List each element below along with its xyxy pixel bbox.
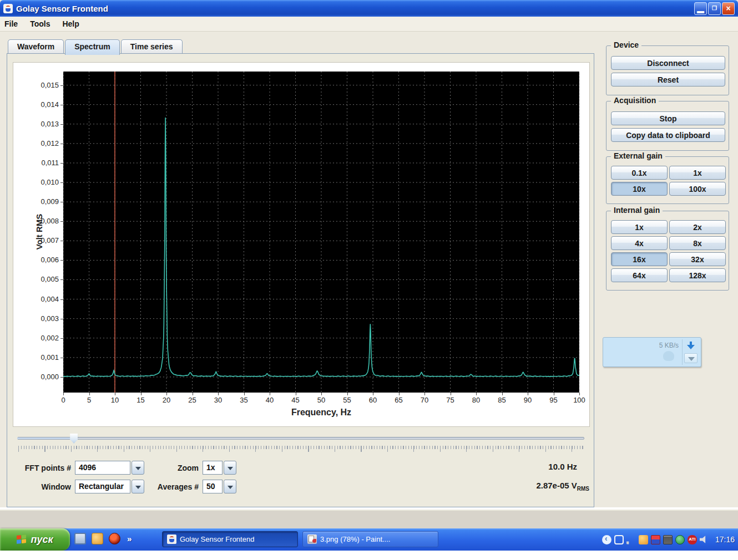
averages-value[interactable]: 50: [203, 480, 223, 493]
gain-1x-button[interactable]: 1x: [611, 220, 668, 234]
tray-collapse-chevron-icon[interactable]: [602, 535, 611, 544]
y-tick-mark: [60, 221, 63, 222]
menu-help[interactable]: Help: [62, 19, 79, 28]
y-tick-mark: [60, 163, 63, 164]
task-button-1[interactable]: Golay Sensor Frontend: [162, 531, 298, 547]
tab-spectrum[interactable]: Spectrum: [65, 39, 120, 55]
download-dropdown-button[interactable]: [684, 353, 697, 363]
quicklaunch-opera-icon[interactable]: [109, 533, 120, 544]
gain-128x-button[interactable]: 128x: [669, 268, 726, 282]
close-button[interactable]: ×: [722, 2, 735, 15]
zoom-value[interactable]: 1x: [203, 461, 223, 475]
fft-points-dropdown-icon[interactable]: [132, 461, 144, 475]
window-value[interactable]: Rectangular: [75, 480, 130, 493]
voltage-readout: 2.87e-05 VRMS: [536, 481, 589, 492]
menu-tools[interactable]: Tools: [30, 19, 50, 28]
frequency-cursor-slider[interactable]: [17, 432, 584, 445]
y-tick-mark: [60, 279, 63, 280]
y-tick-label: 0,009: [13, 197, 59, 206]
averages-dropdown-icon[interactable]: [224, 480, 236, 493]
spectrum-plot-area[interactable]: [63, 72, 579, 393]
tab-waveform[interactable]: Waveform: [8, 39, 64, 54]
gain-2x-button[interactable]: 2x: [669, 220, 726, 234]
x-tick-label: 75: [441, 396, 460, 404]
zoom-label: Zoom: [149, 464, 199, 472]
quicklaunch-show-desktop-icon[interactable]: [74, 533, 86, 544]
x-tick-label: 15: [132, 396, 150, 404]
task-button-label: Golay Sensor Frontend: [180, 535, 254, 543]
download-arrow-icon[interactable]: [686, 342, 695, 350]
tray-battery-icon[interactable]: [614, 535, 624, 544]
gain-100x-button[interactable]: 100x: [669, 182, 726, 196]
tray-update-icon[interactable]: [639, 535, 648, 544]
x-tick-mark: [399, 393, 400, 395]
download-ghost-icon: [663, 351, 674, 361]
start-button[interactable]: пуск: [0, 528, 70, 551]
gain-0.1x-button[interactable]: 0.1x: [611, 166, 668, 180]
tray-display-icon[interactable]: [663, 535, 673, 544]
slider-track[interactable]: [17, 437, 584, 440]
y-tick-label: 0,007: [13, 236, 59, 245]
acquisition-group: Acquisition StopCopy data to clipboard: [606, 101, 729, 151]
gain-4x-button[interactable]: 4x: [611, 236, 668, 250]
x-tick-label: 30: [209, 396, 228, 404]
tray-ati-icon[interactable]: ATI: [688, 535, 697, 544]
y-tick-label: 0,000: [13, 373, 59, 381]
x-tick-label: 90: [518, 396, 537, 404]
taskbar: пуск » Golay Sensor Frontend3.png (78%) …: [0, 528, 738, 551]
x-tick-label: 70: [415, 396, 434, 404]
gain-64x-button[interactable]: 64x: [611, 268, 668, 282]
x-tick-mark: [451, 393, 451, 395]
tray-signal-no-network-icon[interactable]: [626, 535, 636, 544]
minimize-button[interactable]: ▬: [694, 2, 707, 15]
reset-button[interactable]: Reset: [611, 73, 725, 86]
gain-1x-button[interactable]: 1x: [669, 166, 726, 180]
averages-combo[interactable]: 50: [203, 480, 236, 493]
x-tick-mark: [115, 393, 115, 395]
external-gain-group: External gain 0.1x1x10x100x: [606, 156, 729, 204]
y-tick-label: 0,001: [13, 353, 59, 362]
x-tick-mark: [296, 393, 296, 395]
x-tick-mark: [89, 393, 90, 395]
tab-time-series[interactable]: Time series: [121, 39, 183, 54]
x-tick-label: 95: [544, 396, 563, 404]
y-tick-label: 0,006: [13, 256, 59, 264]
window-label: Window: [14, 482, 71, 491]
x-tick-label: 20: [157, 396, 176, 404]
gain-8x-button[interactable]: 8x: [669, 236, 726, 250]
stop-button[interactable]: Stop: [611, 111, 725, 125]
menu-file[interactable]: File: [4, 19, 18, 28]
slider-thumb[interactable]: [70, 434, 78, 444]
gain-32x-button[interactable]: 32x: [669, 252, 726, 266]
x-tick-label: 60: [363, 396, 382, 404]
x-tick-label: 50: [312, 396, 331, 404]
restore-button[interactable]: ❐: [708, 2, 721, 15]
x-tick-mark: [193, 393, 193, 395]
task-button-2[interactable]: 3.png (78%) - Paint....: [302, 531, 438, 547]
gain-16x-button[interactable]: 16x: [611, 252, 668, 266]
tray-language-flag-icon[interactable]: [651, 535, 660, 544]
window-dropdown-icon[interactable]: [132, 480, 144, 493]
quicklaunch-messenger-icon[interactable]: [92, 533, 103, 544]
restore-icon: ❐: [709, 3, 720, 14]
task-button-label: 3.png (78%) - Paint....: [320, 535, 390, 543]
tray-volume-muted-icon[interactable]: [700, 535, 709, 544]
gain-10x-button[interactable]: 10x: [611, 182, 668, 196]
acquisition-group-title: Acquisition: [611, 96, 659, 105]
copy-data-to-clipboard-button[interactable]: Copy data to clipboard: [611, 128, 725, 142]
zoom-combo[interactable]: 1x: [203, 461, 236, 475]
window-combo[interactable]: Rectangular: [75, 480, 144, 493]
download-speed-widget[interactable]: 5 KB/s: [603, 337, 701, 367]
disconnect-button[interactable]: Disconnect: [611, 56, 725, 70]
x-tick-mark: [244, 393, 245, 395]
fft-points-combo[interactable]: 4096: [75, 461, 144, 475]
x-tick-label: 80: [467, 396, 486, 404]
y-tick-label: 0,015: [13, 81, 59, 89]
fft-points-value[interactable]: 4096: [75, 461, 130, 475]
tray-network-globe-icon[interactable]: [675, 535, 685, 544]
x-tick-label: 0: [54, 396, 73, 404]
quicklaunch-overflow-chevron[interactable]: »: [127, 534, 132, 543]
x-tick-mark: [270, 393, 270, 395]
system-tray: ATI17:16: [602, 528, 735, 551]
zoom-dropdown-icon[interactable]: [224, 461, 236, 475]
